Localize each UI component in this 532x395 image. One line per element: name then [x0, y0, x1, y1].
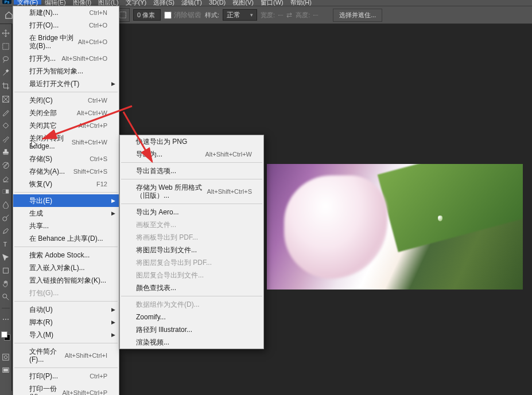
file-menu-item-21[interactable]: 置入嵌入对象(L)... [13, 261, 119, 274]
file-menu-item-11[interactable]: 存储(S)Ctrl+S [13, 152, 119, 165]
gradient-tool[interactable] [1, 187, 10, 196]
export-menu-item-11[interactable]: 将图层复合导出到 PDF... [120, 256, 263, 269]
menu-item-label: 新建(N)... [29, 9, 59, 17]
move-tool[interactable] [1, 29, 10, 38]
file-menu-item-23[interactable]: 打包(G)... [13, 287, 119, 299]
frame-tool[interactable] [1, 95, 10, 104]
zoom-tool[interactable] [1, 292, 10, 302]
menu-help[interactable]: 帮助(H) [287, 0, 315, 5]
file-menu-item-5[interactable]: 最近打开文件(T)▶ [13, 77, 119, 90]
export-menu-item-12[interactable]: 图层复合导出到文件... [120, 269, 263, 281]
crop-tool[interactable] [1, 81, 10, 91]
brush-tool[interactable] [1, 134, 10, 143]
menu-3d[interactable]: 3D(D) [205, 0, 229, 5]
file-menu-item-4[interactable]: 打开为智能对象... [13, 65, 119, 77]
menu-item-label: 最近打开文件(T) [29, 80, 79, 88]
file-menu-item-17[interactable]: 共享... [13, 220, 119, 232]
export-menu-item-5[interactable]: 存储为 Web 所用格式（旧版）...Alt+Shift+Ctrl+S [120, 181, 263, 202]
export-menu-item-8[interactable]: 画板至文件... [120, 218, 263, 231]
type-tool[interactable]: T [1, 240, 10, 249]
file-menu-item-9[interactable]: 关闭其它Alt+Ctrl+P [13, 119, 119, 132]
file-menu-item-13[interactable]: 恢复(V)F12 [13, 178, 119, 190]
history-brush-tool[interactable] [1, 161, 10, 170]
menu-select[interactable]: 选择(S) [150, 0, 178, 5]
svg-rect-0 [120, 12, 126, 18]
path-tool[interactable] [1, 253, 10, 262]
menu-item-label: 生成 [29, 209, 43, 217]
export-menu-item-7[interactable]: 导出为 Aero... [120, 206, 263, 218]
file-menu-item-3[interactable]: 打开为...Alt+Shift+Ctrl+O [13, 52, 119, 65]
lasso-tool[interactable] [1, 55, 10, 64]
edit-toolbar[interactable]: ⋯ [1, 315, 10, 324]
shape-tool[interactable] [1, 266, 10, 275]
eraser-tool[interactable] [1, 174, 10, 183]
submenu-arrow-icon: ▶ [111, 209, 115, 217]
export-menu-item-9[interactable]: 将画板导出到 PDF... [120, 231, 263, 244]
file-menu-item-22[interactable]: 置入链接的智能对象(K)... [13, 274, 119, 287]
export-menu-item-10[interactable]: 将图层导出到文件... [120, 244, 263, 256]
screenmode-icon[interactable] [1, 366, 10, 375]
svg-rect-4 [3, 123, 9, 128]
export-menu-item-15[interactable]: 数据组作为文件(D)... [120, 298, 263, 311]
style-select[interactable]: 正常 [223, 9, 257, 21]
menu-view[interactable]: 视图(V) [229, 0, 257, 5]
width-value[interactable] [278, 15, 283, 15]
heal-tool[interactable] [1, 121, 10, 130]
export-menu-item-18[interactable]: 渲染视频... [120, 336, 263, 349]
export-menu-item-1[interactable]: 导出为...Alt+Shift+Ctrl+W [120, 148, 263, 161]
stamp-tool[interactable] [1, 147, 10, 157]
menu-edit[interactable]: 编辑(E) [41, 0, 69, 5]
document-image[interactable] [267, 164, 523, 290]
antialias-checkbox[interactable] [164, 11, 172, 19]
menu-item-label: 脚本(R) [29, 318, 53, 326]
menu-filter[interactable]: 滤镜(T) [178, 0, 205, 5]
file-menu-item-26[interactable]: 脚本(R)▶ [13, 316, 119, 328]
file-menu-item-18[interactable]: 在 Behance 上共享(D)... [13, 232, 119, 245]
menu-item-label: 搜索 Adobe Stock... [29, 251, 90, 259]
height-value[interactable] [313, 15, 318, 15]
wand-tool[interactable] [1, 68, 10, 77]
color-swatch[interactable] [1, 331, 10, 341]
menu-window[interactable]: 窗口(W) [257, 0, 287, 5]
export-menu-item-16[interactable]: Zoomify... [120, 311, 263, 323]
menu-type[interactable]: 文字(Y) [122, 0, 150, 5]
pen-tool[interactable] [1, 226, 10, 236]
hand-tool[interactable] [1, 279, 10, 288]
menu-image[interactable]: 图像(I) [69, 0, 95, 5]
leaf-graphic [378, 164, 523, 252]
export-menu-item-3[interactable]: 导出首选项... [120, 165, 263, 177]
menu-item-shortcut: Ctrl+O [89, 21, 107, 29]
file-menu-item-27[interactable]: 导入(M)▶ [13, 328, 119, 341]
feather-input[interactable] [133, 9, 161, 21]
quickmask-icon[interactable] [1, 353, 10, 362]
menu-layer[interactable]: 图层(L) [95, 0, 122, 5]
file-menu-item-0[interactable]: 新建(N)...Ctrl+N [13, 6, 119, 19]
menu-file[interactable]: 文件(F) [14, 0, 41, 5]
file-menu-item-8[interactable]: 关闭全部Alt+Ctrl+W [13, 107, 119, 119]
export-menu-item-0[interactable]: 快速导出为 PNG [120, 135, 263, 148]
file-menu-item-32[interactable]: 打印一份(Y)Alt+Shift+Ctrl+P [13, 382, 119, 395]
menu-item-label: 打包(G)... [29, 289, 59, 297]
file-menu-item-12[interactable]: 存储为(A)...Shift+Ctrl+S [13, 165, 119, 178]
file-menu-item-25[interactable]: 自动(U)▶ [13, 303, 119, 316]
file-menu-item-31[interactable]: 打印(P)...Ctrl+P [13, 370, 119, 382]
file-menu-item-2[interactable]: 在 Bridge 中浏览(B)...Alt+Ctrl+O [13, 32, 119, 52]
file-menu-item-20[interactable]: 搜索 Adobe Stock... [13, 249, 119, 261]
menu-separator [14, 343, 118, 343]
export-menu-item-13[interactable]: 颜色查找表... [120, 281, 263, 294]
marquee-tool[interactable] [1, 42, 10, 51]
file-menu-item-1[interactable]: 打开(O)...Ctrl+O [13, 19, 119, 32]
dodge-tool[interactable] [1, 213, 10, 222]
file-menu-item-16[interactable]: 生成▶ [13, 207, 119, 220]
menu-item-label: 置入链接的智能对象(K)... [29, 276, 106, 284]
menu-item-label: 颜色查找表... [136, 284, 176, 292]
file-menu-item-7[interactable]: 关闭(C)Ctrl+W [13, 94, 119, 107]
select-and-mask-button[interactable]: 选择并遮住... [333, 9, 382, 22]
file-menu-item-15[interactable]: 导出(E)▶ [13, 194, 119, 207]
svg-point-2 [3, 57, 9, 61]
eyedropper-tool[interactable] [1, 108, 10, 117]
blur-tool[interactable] [1, 200, 10, 209]
file-menu-item-29[interactable]: 文件简介(F)...Alt+Shift+Ctrl+I [13, 345, 119, 366]
file-menu-item-10[interactable]: 关闭并转到 Bridge...Shift+Ctrl+W [13, 132, 119, 152]
export-menu-item-17[interactable]: 路径到 Illustrator... [120, 323, 263, 336]
